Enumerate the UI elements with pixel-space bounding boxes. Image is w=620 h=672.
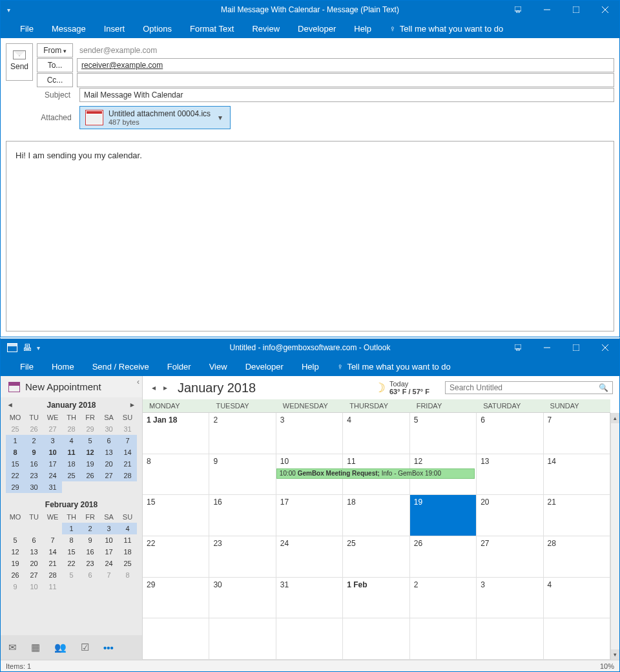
mini-cal-prev-icon[interactable]: ◂	[8, 401, 12, 409]
mini-cal-day[interactable]: 25	[6, 423, 25, 435]
mini-cal-day[interactable]: 20	[25, 558, 43, 569]
mini-cal-day[interactable]: 7	[43, 534, 62, 546]
mini-cal-day[interactable]: 21	[118, 458, 137, 470]
calendar-day-cell[interactable]: 26	[410, 536, 477, 578]
mini-cal-day[interactable]: 29	[81, 423, 99, 435]
mini-cal-day[interactable]: 27	[43, 423, 62, 435]
scroll-up-icon[interactable]: ▴	[611, 413, 619, 423]
mini-cal-day[interactable]: 14	[118, 446, 137, 458]
mini-cal-day[interactable]: 24	[43, 470, 62, 481]
calendar-day-cell[interactable]	[276, 618, 343, 660]
mini-cal-day[interactable]: 13	[25, 546, 43, 558]
calendar-day-cell[interactable]: 8	[143, 454, 209, 496]
calendar-day-cell[interactable]	[477, 618, 543, 660]
mini-cal-day[interactable]: 16	[81, 546, 99, 558]
calendar-day-cell[interactable]: 6	[477, 413, 543, 454]
tell-me-search[interactable]: ♀ Tell me what you want to do	[380, 20, 512, 37]
mini-cal-day[interactable]: 26	[25, 423, 43, 435]
calendar-nav-icon[interactable]: ▦	[31, 642, 40, 653]
mini-cal-day[interactable]: 6	[81, 569, 99, 581]
calendar-day-cell[interactable]: 1 Feb	[343, 578, 409, 619]
menu-file[interactable]: File	[11, 20, 43, 37]
menu-insert[interactable]: Insert	[95, 20, 134, 37]
cal-prev-icon[interactable]: ◂	[149, 382, 158, 394]
calendar-day-cell[interactable]: 9	[209, 454, 276, 496]
menu-options[interactable]: Options	[134, 20, 181, 37]
calendar-day-cell[interactable]: 3	[477, 578, 543, 619]
calendar-day-cell[interactable]: 17	[276, 495, 343, 536]
mini-cal-day[interactable]: 9	[25, 446, 43, 458]
calendar-day-cell[interactable]	[343, 618, 409, 660]
mini-cal-day[interactable]: 3	[43, 435, 62, 446]
send-button[interactable]: Send	[6, 43, 33, 81]
calendar-day-cell[interactable]: 30	[209, 578, 276, 619]
mini-cal-day[interactable]: 10	[99, 534, 118, 546]
calendar-day-cell[interactable]: 4	[343, 413, 409, 454]
calendar-day-cell[interactable]: 31	[276, 578, 343, 619]
mini-cal-day[interactable]: 9	[81, 534, 99, 546]
maximize-button[interactable]	[561, 1, 590, 19]
mini-cal-day[interactable]: 15	[6, 458, 25, 470]
more-nav-icon[interactable]: •••	[103, 642, 114, 653]
mini-cal-day[interactable]: 5	[81, 435, 99, 446]
cc-field[interactable]	[77, 73, 614, 87]
mini-cal-day[interactable]: 1	[62, 523, 81, 534]
mini-cal-day[interactable]: 25	[118, 558, 137, 569]
calendar-qat-icon[interactable]	[7, 343, 17, 352]
mini-cal-day[interactable]: 26	[6, 569, 25, 581]
mini-cal-day[interactable]: 28	[62, 423, 81, 435]
mini-cal-day[interactable]: 20	[99, 458, 118, 470]
mini-cal-day[interactable]: 17	[99, 546, 118, 558]
mini-cal-day[interactable]: 19	[6, 558, 25, 569]
menu-file[interactable]: File	[11, 358, 43, 375]
mini-cal-day[interactable]: 26	[81, 470, 99, 481]
calendar-day-cell[interactable]: 16	[209, 495, 276, 536]
cc-button[interactable]: Cc...	[37, 73, 73, 87]
calendar-day-cell[interactable]: 27	[477, 536, 543, 578]
tasks-nav-icon[interactable]: ☑	[81, 642, 89, 653]
calendar-day-cell[interactable]: 22	[143, 536, 209, 578]
mini-cal-day[interactable]: 1	[6, 435, 25, 446]
minimize-button[interactable]	[532, 1, 561, 19]
mini-cal-day[interactable]: 6	[25, 534, 43, 546]
attachment-dropdown-icon[interactable]: ▾	[216, 113, 225, 122]
calendar-day-cell[interactable]: 2	[410, 578, 477, 619]
calendar-day-cell[interactable]: 28	[544, 536, 610, 578]
qat-dropdown-icon[interactable]: ▾	[37, 344, 40, 352]
maximize-button[interactable]	[561, 339, 590, 357]
mini-cal-day[interactable]: 11	[43, 581, 62, 593]
calendar-day-cell[interactable]: 15	[143, 495, 209, 536]
mini-cal-day[interactable]: 3	[99, 523, 118, 534]
mini-cal-day[interactable]: 30	[25, 481, 43, 493]
mini-cal-day[interactable]: 8	[6, 446, 25, 458]
menu-folder[interactable]: Folder	[158, 358, 200, 375]
weather-widget[interactable]: ☽ Today 63° F / 57° F	[374, 380, 429, 395]
mini-cal-day[interactable]: 10	[43, 446, 62, 458]
menu-developer[interactable]: Developer	[236, 358, 293, 375]
menu-help[interactable]: Help	[293, 358, 328, 375]
mini-cal-day[interactable]: 14	[43, 546, 62, 558]
mini-cal-day[interactable]: 12	[6, 546, 25, 558]
mini-cal-day[interactable]: 2	[25, 435, 43, 446]
search-input[interactable]	[450, 383, 599, 392]
minimize-button[interactable]	[532, 339, 561, 357]
mini-cal-day[interactable]: 29	[6, 481, 25, 493]
mini-cal-day[interactable]: 30	[99, 423, 118, 435]
mini-cal-day[interactable]: 27	[99, 470, 118, 481]
calendar-day-cell[interactable]	[209, 618, 276, 660]
calendar-day-cell[interactable]: 21	[544, 495, 610, 536]
mini-cal-day[interactable]: 31	[43, 481, 62, 493]
calendar-day-cell[interactable]: 29	[143, 578, 209, 619]
mini-cal-day[interactable]: 21	[43, 558, 62, 569]
mini-cal-day[interactable]: 2	[81, 523, 99, 534]
qat-dropdown-icon[interactable]: ▾	[7, 6, 10, 14]
calendar-day-cell[interactable]: 3	[276, 413, 343, 454]
people-nav-icon[interactable]: 👥	[54, 642, 67, 653]
mini-cal-day[interactable]: 7	[118, 435, 137, 446]
calendar-day-cell[interactable]: 5	[410, 413, 477, 454]
mini-cal-day[interactable]: 18	[62, 458, 81, 470]
close-button[interactable]	[590, 1, 619, 19]
calendar-day-cell[interactable]: 24	[276, 536, 343, 578]
menu-message[interactable]: Message	[43, 20, 95, 37]
mini-cal-day[interactable]: 16	[25, 458, 43, 470]
